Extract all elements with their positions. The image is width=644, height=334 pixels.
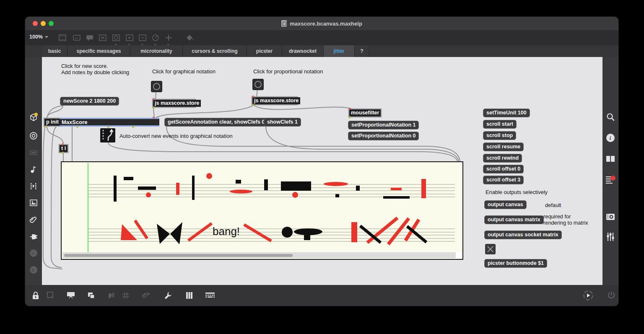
paperclip-icon[interactable] [25, 213, 42, 226]
select-region-icon[interactable] [45, 290, 56, 301]
paint-bucket-icon[interactable] [185, 33, 195, 42]
message-output-canvas-socket[interactable]: output canvas socket matrix [484, 230, 562, 239]
close-window-button[interactable] [33, 21, 38, 26]
maxscore-outlet [76, 126, 78, 128]
bang-button-proportional[interactable] [252, 79, 264, 90]
power-icon[interactable] [606, 290, 617, 301]
object-p-init[interactable]: p init [44, 118, 61, 127]
bang-button-graphical[interactable] [151, 81, 162, 92]
snapshot-camera-icon[interactable] [602, 210, 618, 223]
patcher-canvas[interactable]: Click for new score. Add notes by double… [42, 57, 602, 285]
keyboard-panel-icon[interactable] [25, 146, 42, 159]
shortcuts-keyboard-icon[interactable] [205, 290, 216, 301]
object-js-store-2[interactable]: js maxscore.store [252, 96, 298, 105]
tab-specific-messages[interactable]: specific messages [68, 45, 130, 57]
object-trigger[interactable]: t l [59, 144, 68, 153]
message-output-canvas-matrix[interactable]: output canvas matrix [484, 215, 544, 224]
message-scroll-stop[interactable]: scroll stop [483, 131, 516, 140]
info-icon[interactable]: i [602, 132, 618, 144]
window-title-group: maxscore.bcanvas.maxhelp [281, 20, 362, 27]
message-box-icon[interactable]: m [72, 33, 81, 42]
message-scroll-rewind[interactable]: scroll rewind [483, 154, 522, 163]
message-set-time-unit[interactable]: setTimeUnit 100 [483, 109, 530, 117]
score-bang-text: bang! [213, 225, 240, 238]
presentation-mode-icon[interactable] [65, 290, 76, 301]
comment-proportional: Click for proportional notation [253, 68, 323, 75]
target-icon[interactable] [25, 129, 42, 142]
distribute-icon[interactable] [106, 290, 117, 301]
message-scroll-start[interactable]: scroll start [483, 120, 517, 129]
tab-cursors-scrolling[interactable]: cursors & scrolling [183, 45, 247, 57]
object-mousefilter[interactable]: mousefilter [348, 109, 382, 117]
reference-icon[interactable] [602, 153, 618, 165]
piano-keys-icon[interactable] [184, 290, 195, 301]
message-newscore[interactable]: newScore 2 1800 200 [60, 97, 119, 106]
play-circle-icon[interactable] [583, 290, 594, 301]
tab-picster[interactable]: picster [247, 45, 282, 57]
message-show-clefs[interactable]: showClefs 1 [264, 118, 301, 127]
window-title: maxscore.bcanvas.maxhelp [290, 21, 362, 27]
comment-enable-outputs: Enable outputs selectively [486, 189, 548, 195]
plug-icon[interactable] [25, 230, 42, 243]
music-note-icon[interactable] [25, 163, 42, 176]
svg-text:v: v [32, 251, 34, 256]
toggle-icon[interactable] [98, 33, 107, 42]
package-manager-icon[interactable] [25, 111, 42, 123]
max-window: maxscore.bcanvas.maxhelp 100% m [25, 17, 618, 306]
score-scrollbar-corner [456, 252, 462, 258]
tab-bar-fill [369, 45, 618, 57]
zoom-window-button[interactable] [49, 21, 54, 26]
attach-plus-icon[interactable] [141, 290, 152, 301]
object-maxscore[interactable]: MaxScore [60, 118, 159, 127]
svg-text:b: b [32, 267, 35, 272]
number-box-icon[interactable] [138, 33, 147, 42]
zoom-control[interactable]: 100% [29, 34, 48, 40]
vimeo-icon[interactable]: v [25, 247, 42, 259]
tab-jitter[interactable]: jitter [324, 45, 355, 57]
playbar-icon[interactable] [125, 33, 134, 42]
auto-convert-switch[interactable] [100, 128, 115, 142]
message-set-proportional-1[interactable]: setProportionalNotation 1 [348, 121, 419, 129]
message-picster-buttonmode[interactable]: picster buttonmode $1 [484, 259, 547, 268]
tab-help[interactable]: ? [355, 45, 369, 57]
picster-toggle[interactable] [485, 244, 496, 254]
tab-spacer [25, 45, 42, 57]
blog-icon[interactable]: b [25, 264, 42, 276]
comment-required-matrix: required for rendering to matrix [543, 213, 588, 226]
left-sidebar: v b ★ [25, 57, 42, 285]
mixer-icon[interactable] [602, 230, 618, 243]
tab-microtonality[interactable]: microtonality [130, 45, 183, 57]
button-icon[interactable] [112, 33, 121, 42]
message-scroll-offset-3[interactable]: scroll offset 3 [483, 176, 524, 184]
comment-auto-convert: Auto-convert new events into graphical n… [119, 133, 233, 139]
add-object-icon[interactable] [164, 33, 173, 42]
object-box-icon[interactable] [58, 33, 67, 42]
minimize-window-button[interactable] [41, 21, 46, 26]
dial-icon[interactable] [151, 33, 160, 42]
object-js-store-1[interactable]: js maxscore.store [152, 99, 196, 108]
comment-graphical: Click for graphical notation [152, 68, 216, 75]
message-scroll-resume[interactable]: scroll resume [483, 142, 524, 151]
tab-bar: basic specific messages microtonality cu… [25, 45, 618, 57]
score-scrollbar-thumb[interactable] [64, 254, 293, 257]
message-set-proportional-0[interactable]: setProportionalNotation 0 [348, 132, 419, 140]
grid-icon[interactable] [120, 290, 131, 301]
titlebar: maxscore.bcanvas.maxhelp [25, 17, 618, 31]
wrench-icon[interactable] [163, 290, 174, 301]
lock-icon[interactable] [30, 290, 41, 301]
comment-icon[interactable] [85, 33, 94, 42]
image-icon[interactable] [25, 197, 42, 209]
tab-drawsocket[interactable]: drawsocket [282, 45, 324, 57]
svg-text:m: m [75, 36, 78, 40]
tab-basic[interactable]: basic [42, 45, 68, 57]
message-get-score-annotation[interactable]: getScoreAnnotation clear, showClefs 0 [164, 118, 268, 127]
console-icon[interactable] [602, 173, 618, 186]
score-canvas[interactable]: bang! [61, 161, 463, 260]
comment-new-score: Click for new score. Add notes by double… [61, 63, 129, 75]
layers-icon[interactable] [86, 290, 96, 301]
search-icon[interactable] [602, 111, 618, 123]
message-scroll-offset-0[interactable]: scroll offset 0 [483, 165, 524, 173]
score-graphics [62, 162, 462, 259]
sequencer-icon[interactable] [25, 180, 42, 192]
message-output-canvas[interactable]: output canvas [484, 200, 527, 209]
